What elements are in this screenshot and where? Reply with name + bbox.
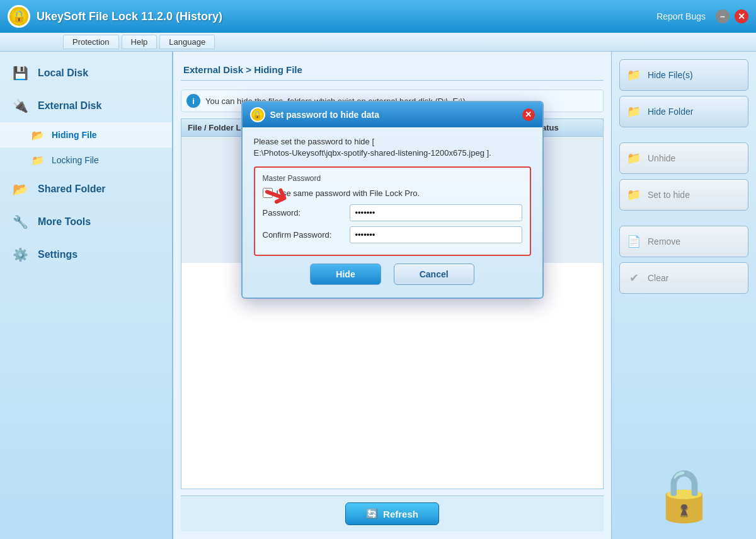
unhide-icon: 📁 [625,149,643,167]
action-spacer-2 [619,216,748,221]
file-table: File / Folder List Status 🔒 Set password… [181,119,604,489]
clear-button[interactable]: ✔ Clear [619,262,748,294]
modal-body: Please set the password to hide [ E:\Pho… [243,127,542,298]
lock-large-icon: 🔒 [653,466,716,525]
title-bar: 🔒 UkeySoft File Lock 11.2.0 (History) Re… [0,0,756,33]
content-area: External Disk > Hiding File i You can hi… [173,52,611,539]
clear-icon: ✔ [625,269,643,287]
set-to-hide-icon: 📁 [625,186,643,204]
hiding-file-icon: 📂 [30,127,45,142]
same-password-label: Use same password with File Lock Pro. [277,188,420,198]
password-input[interactable] [350,204,522,221]
sidebar-label-settings: Settings [38,249,77,260]
hide-files-icon: 📁 [625,66,643,84]
refresh-icon: 🔄 [366,508,378,519]
title-bar-left: 🔒 UkeySoft File Lock 11.2.0 (History) [8,5,222,28]
modal-title-text: Set password to hide data [270,110,517,120]
lock-decoration: 🔒 [619,299,748,531]
menu-language[interactable]: Language [159,35,215,49]
modal-description: Please set the password to hide [ E:\Pho… [254,136,531,159]
settings-icon: ⚙️ [10,245,30,265]
menu-bar: Protection Help Language [0,33,756,52]
locking-file-icon: 📁 [30,153,45,168]
action-panel: 📁 Hide File(s) 📁 Hide Folder 📁 Unhide 📁 … [611,52,756,539]
sidebar-item-settings[interactable]: ⚙️ Settings [0,238,172,271]
hide-folder-icon: 📁 [625,103,643,120]
refresh-button[interactable]: 🔄 Refresh [345,502,439,525]
unhide-button[interactable]: 📁 Unhide [619,142,748,174]
same-password-checkbox[interactable] [263,188,273,198]
hide-files-button[interactable]: 📁 Hide File(s) [619,59,748,91]
sidebar-label-local-disk: Local Disk [38,67,88,79]
sidebar-label-hiding-file: Hiding File [52,130,97,140]
remove-icon: 📄 [625,233,643,250]
confirm-password-field-row: Confirm Password: [263,226,522,243]
minimize-button[interactable]: – [716,9,730,23]
sidebar-label-external-disk: External Disk [38,100,101,112]
cancel-button[interactable]: Cancel [394,264,474,285]
close-button[interactable]: ✕ [735,9,748,23]
shared-folder-icon: 📂 [10,179,30,199]
sidebar-item-shared-folder[interactable]: 📂 Shared Folder [0,173,172,206]
menu-protection[interactable]: Protection [63,35,119,49]
sidebar-item-local-disk[interactable]: 💾 Local Disk [0,57,172,90]
report-bugs-label: Report Bugs [656,11,706,21]
title-bar-right: Report Bugs – ✕ [656,9,748,23]
sidebar: 💾 Local Disk 🔌 External Disk 📂 Hiding Fi… [0,52,173,539]
table-body: 🔒 Set password to hide data ✕ Please set… [181,137,603,263]
remove-button[interactable]: 📄 Remove [619,226,748,257]
password-group: Master Password Use same password with F… [254,166,531,256]
password-group-title: Master Password [263,174,522,183]
info-icon: i [186,94,200,108]
confirm-password-label: Confirm Password: [263,230,345,240]
app-title: UkeySoft File Lock 11.2.0 (History) [37,10,222,23]
sidebar-label-shared-folder: Shared Folder [38,183,106,195]
bottom-bar: 🔄 Refresh [181,496,604,531]
modal-titlebar: 🔒 Set password to hide data ✕ [243,102,542,127]
menu-help[interactable]: Help [122,35,158,49]
main-layout: 💾 Local Disk 🔌 External Disk 📂 Hiding Fi… [0,52,756,539]
local-disk-icon: 💾 [10,63,30,83]
modal-close-button[interactable]: ✕ [522,108,535,121]
confirm-password-input[interactable] [350,226,522,243]
password-modal: 🔒 Set password to hide data ✕ Please set… [241,101,544,299]
content-panel: External Disk > Hiding File i You can hi… [173,52,611,539]
modal-title-icon: 🔒 [250,107,265,122]
modal-overlay: 🔒 Set password to hide data ✕ Please set… [181,137,603,263]
app-icon: 🔒 [8,5,30,28]
sidebar-label-locking-file: Locking File [52,155,99,165]
hide-button[interactable]: Hide [310,264,381,285]
password-field-row: Password: [263,204,522,221]
set-to-hide-button[interactable]: 📁 Set to hide [619,179,748,211]
hide-folder-button[interactable]: 📁 Hide Folder [619,96,748,127]
sidebar-item-hiding-file[interactable]: 📂 Hiding File [0,122,172,148]
sidebar-item-more-tools[interactable]: 🔧 More Tools [0,206,172,238]
same-password-row: Use same password with File Lock Pro. [263,188,522,198]
more-tools-icon: 🔧 [10,212,30,232]
modal-actions: Hide Cancel [254,256,531,289]
external-disk-icon: 🔌 [10,96,30,116]
action-spacer-1 [619,132,748,137]
password-label: Password: [263,208,345,217]
sidebar-item-locking-file[interactable]: 📁 Locking File [0,148,172,173]
content-main: External Disk > Hiding File i You can hi… [173,52,756,539]
breadcrumb: External Disk > Hiding File [181,59,604,81]
sidebar-label-more-tools: More Tools [38,216,91,228]
sidebar-item-external-disk[interactable]: 🔌 External Disk [0,90,172,122]
